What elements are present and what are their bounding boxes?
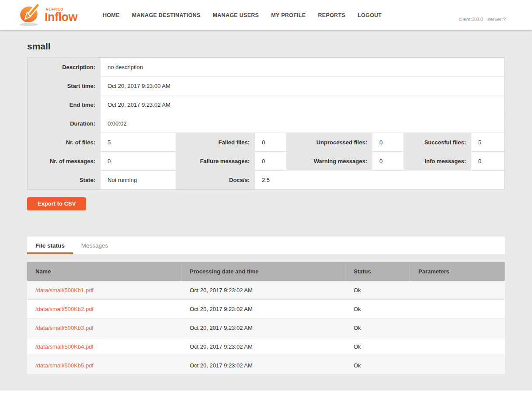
file-link[interactable]: /data/small/500Kb5.pdf xyxy=(35,362,94,369)
detail-label-duration: Duration: xyxy=(28,114,101,133)
nav-manage-destinations[interactable]: MANAGE DESTINATIONS xyxy=(132,12,201,18)
table-row-datetime-cell: Oct 20, 2017 9:23:02 AM xyxy=(181,356,345,375)
detail-value-info-messages: 0 xyxy=(471,152,504,171)
logo-inflow-text: Inflow xyxy=(45,11,77,23)
logo-wordmark: ALFRED Inflow xyxy=(45,7,77,23)
detail-value-start-time: Oct 20, 2017 9:23:00 AM xyxy=(101,77,504,95)
tab-strip: File status Messages xyxy=(27,237,505,254)
detail-value-unprocessed-files: 0 xyxy=(372,133,403,152)
table-row-parameters-cell xyxy=(410,356,505,375)
detail-label-succesful-files: Succesful files: xyxy=(403,133,471,152)
column-header-parameters: Parameters xyxy=(410,262,505,281)
detail-label-info-messages: Info messages: xyxy=(403,152,471,171)
detail-value-nr-of-messages: 0 xyxy=(101,152,176,171)
table-row-status-cell: Ok xyxy=(345,281,410,300)
table-row-name-cell: /data/small/500Kb4.pdf xyxy=(27,337,181,356)
table-row-status-cell: Ok xyxy=(345,318,410,337)
page-footer xyxy=(0,391,532,395)
tab-messages[interactable]: Messages xyxy=(73,237,117,254)
detail-label-unprocessed-files: Unprocessed files: xyxy=(286,133,372,152)
app-logo[interactable]: ALFRED Inflow xyxy=(17,2,77,28)
detail-value-duration: 0:00:02 xyxy=(101,114,504,133)
table-row-datetime-cell: Oct 20, 2017 9:23:02 AM xyxy=(181,318,345,337)
table-row-parameters-cell xyxy=(410,318,505,337)
inflow-logo-icon xyxy=(17,2,43,28)
detail-value-end-time: Oct 20, 2017 9:23:02 AM xyxy=(101,95,504,114)
detail-value-description: no description xyxy=(101,58,504,77)
nav-logout[interactable]: LOGOUT xyxy=(358,12,382,18)
file-status-table: Name Processing date and time Status Par… xyxy=(27,262,505,375)
file-link[interactable]: /data/small/500Kb4.pdf xyxy=(35,343,94,350)
table-row-parameters-cell xyxy=(410,337,505,356)
detail-label-start-time: Start time: xyxy=(28,77,101,95)
detail-value-state: Not running xyxy=(101,171,176,189)
nav-manage-users[interactable]: MANAGE USERS xyxy=(213,12,259,18)
column-header-processing-date: Processing date and time xyxy=(181,262,345,281)
main-navigation: HOME MANAGE DESTINATIONS MANAGE USERS MY… xyxy=(103,12,382,18)
file-link[interactable]: /data/small/500Kb2.pdf xyxy=(35,306,94,312)
column-header-name: Name xyxy=(27,262,181,281)
nav-my-profile[interactable]: MY PROFILE xyxy=(271,12,306,18)
page-title: small xyxy=(27,41,505,52)
table-row-status-cell: Ok xyxy=(345,300,410,318)
file-link[interactable]: /data/small/500Kb3.pdf xyxy=(35,325,94,331)
table-row-datetime-cell: Oct 20, 2017 9:23:02 AM xyxy=(181,300,345,318)
job-details-table: Description: no description Start time: … xyxy=(27,57,505,190)
table-row-status-cell: Ok xyxy=(345,356,410,375)
detail-label-failed-files: Failed files: xyxy=(176,133,255,152)
detail-label-nr-of-files: Nr. of files: xyxy=(28,133,101,152)
detail-label-end-time: End time: xyxy=(28,95,101,114)
detail-value-failure-messages: 0 xyxy=(255,152,286,171)
table-row-name-cell: /data/small/500Kb1.pdf xyxy=(27,281,181,300)
file-link[interactable]: /data/small/500Kb1.pdf xyxy=(35,287,94,294)
tab-file-status[interactable]: File status xyxy=(27,237,73,254)
table-row-parameters-cell xyxy=(410,300,505,318)
detail-label-docs-per-s: Docs/s: xyxy=(176,171,255,189)
table-row-datetime-cell: Oct 20, 2017 9:23:02 AM xyxy=(181,337,345,356)
nav-home[interactable]: HOME xyxy=(103,12,120,18)
detail-value-succesful-files: 5 xyxy=(471,133,504,152)
detail-label-warning-messages: Warning messages: xyxy=(286,152,372,171)
table-row-name-cell: /data/small/500Kb3.pdf xyxy=(27,318,181,337)
column-header-status: Status xyxy=(345,262,410,281)
detail-value-nr-of-files: 5 xyxy=(101,133,176,152)
table-row-status-cell: Ok xyxy=(345,337,410,356)
detail-value-docs-per-s: 2.5 xyxy=(255,171,504,189)
main-content: small Description: no description Start … xyxy=(27,41,505,375)
table-row-datetime-cell: Oct 20, 2017 9:23:02 AM xyxy=(181,281,345,300)
nav-reports[interactable]: REPORTS xyxy=(318,12,345,18)
detail-label-failure-messages: Failure messages: xyxy=(176,152,255,171)
table-row-parameters-cell xyxy=(410,281,505,300)
detail-label-state: State: xyxy=(28,171,101,189)
client-server-version: client:3.0.0 - server:? xyxy=(459,17,506,22)
detail-label-description: Description: xyxy=(28,58,101,77)
table-row-name-cell: /data/small/500Kb2.pdf xyxy=(27,300,181,318)
table-row-name-cell: /data/small/500Kb5.pdf xyxy=(27,356,181,375)
top-header: ALFRED Inflow HOME MANAGE DESTINATIONS M… xyxy=(0,0,532,30)
detail-label-nr-of-messages: Nr. of messages: xyxy=(28,152,101,171)
export-to-csv-button[interactable]: Export to CSV xyxy=(27,197,86,210)
detail-value-warning-messages: 0 xyxy=(372,152,403,171)
detail-value-failed-files: 0 xyxy=(255,133,286,152)
